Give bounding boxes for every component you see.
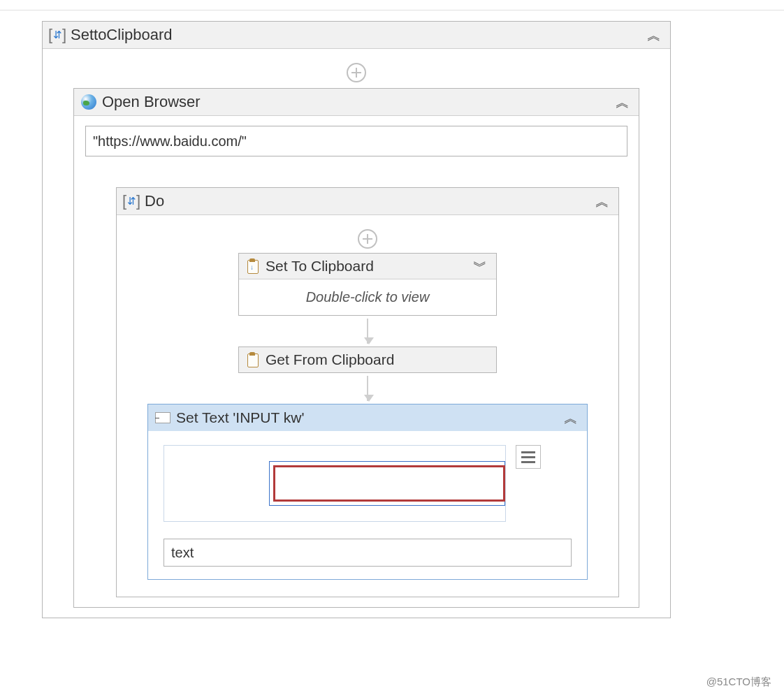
set-to-clipboard-header[interactable]: ↓ Set To Clipboard: [239, 254, 496, 279]
activity-get-from-clipboard[interactable]: Get From Clipboard: [238, 346, 497, 373]
open-browser-url-input[interactable]: [85, 126, 627, 156]
clipboard-get-icon: [246, 352, 260, 367]
workflow-canvas: ⇵ SettoClipboard Open Browser ⇵: [42, 21, 671, 618]
sequence-do-title: Do: [145, 192, 593, 210]
add-activity-button[interactable]: [347, 63, 366, 82]
add-activity-button[interactable]: [358, 229, 377, 249]
collapse-toggle[interactable]: [562, 410, 580, 425]
open-browser-header[interactable]: Open Browser: [74, 89, 639, 116]
activity-set-to-clipboard[interactable]: ↓ Set To Clipboard Double-click to view: [238, 253, 497, 316]
sequence-icon: ⇵: [50, 27, 65, 43]
collapse-toggle[interactable]: [614, 94, 632, 110]
selector-highlight-inner: [273, 465, 505, 502]
top-divider: [0, 10, 784, 10]
activity-open-browser[interactable]: Open Browser ⇵ Do: [73, 88, 639, 608]
set-to-clipboard-body[interactable]: Double-click to view: [239, 279, 496, 315]
sequence-settoclipboard-title: SettoClipboard: [71, 26, 645, 44]
sequence-icon: ⇵: [124, 194, 139, 209]
collapse-toggle[interactable]: [645, 27, 663, 43]
globe-icon: [81, 94, 96, 110]
set-text-value-input[interactable]: [164, 539, 572, 567]
set-text-header[interactable]: Set Text 'INPUT kw': [148, 404, 587, 431]
expand-toggle[interactable]: [471, 258, 489, 274]
sequence-settoclipboard[interactable]: ⇵ SettoClipboard Open Browser ⇵: [42, 21, 671, 618]
sequence-do[interactable]: ⇵ Do ↓: [116, 187, 619, 597]
set-to-clipboard-title: Set To Clipboard: [266, 258, 471, 275]
flow-arrow: [367, 376, 368, 401]
clipboard-set-icon: ↓: [246, 258, 260, 274]
set-text-title: Set Text 'INPUT kw': [176, 409, 562, 426]
double-click-hint: Double-click to view: [306, 289, 430, 305]
watermark-credit: @51CTO博客: [706, 676, 771, 689]
options-menu-button[interactable]: [516, 445, 541, 469]
get-from-clipboard-header[interactable]: Get From Clipboard: [239, 347, 496, 372]
sequence-do-header[interactable]: ⇵ Do: [117, 188, 618, 215]
collapse-toggle[interactable]: [593, 194, 611, 209]
open-browser-title: Open Browser: [102, 93, 614, 111]
sequence-settoclipboard-header[interactable]: ⇵ SettoClipboard: [43, 22, 670, 49]
target-selector-preview[interactable]: [164, 445, 506, 522]
textbox-icon: [155, 412, 170, 423]
get-from-clipboard-title: Get From Clipboard: [266, 351, 489, 368]
activity-set-text[interactable]: Set Text 'INPUT kw': [147, 404, 588, 580]
flow-arrow: [367, 319, 368, 344]
